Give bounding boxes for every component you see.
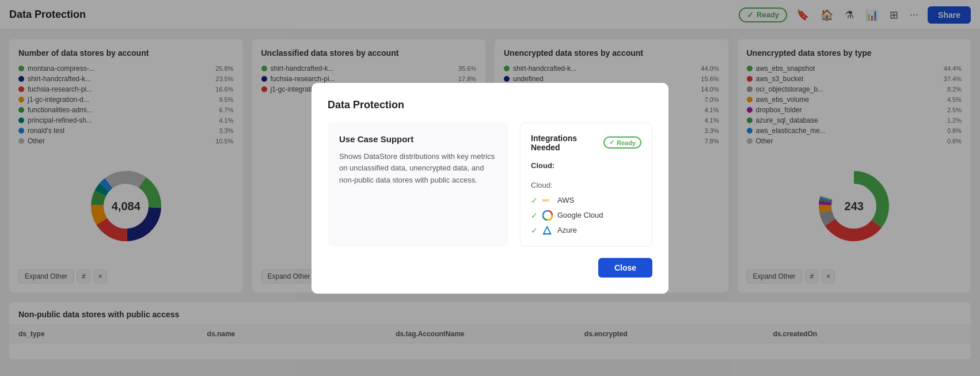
cloud-items: Cloud: ✓ aws AWS ✓ [531,181,641,236]
modal-use-case-desc: Shows DataStore distributions with key m… [339,151,497,187]
modal-ready-check-icon: ✓ [609,139,614,146]
modal: Data Protection Use Case Support Shows D… [312,83,668,294]
gcp-label: Google Cloud [557,211,603,219]
modal-body: Use Case Support Shows DataStore distrib… [328,123,652,246]
cloud-section-sublabel: Cloud: [531,181,641,189]
aws-logo-icon: aws [542,195,553,206]
modal-left-panel: Use Case Support Shows DataStore distrib… [328,123,508,246]
modal-cloud-label: Cloud: [531,160,641,170]
aws-label: AWS [557,196,574,204]
modal-ready-label: Ready [617,139,636,146]
svg-marker-34 [544,226,551,234]
integrations-needed-label: Integrations Needed [531,134,603,152]
modal-footer: Close [328,258,652,278]
modal-close-button[interactable]: Close [598,258,652,278]
modal-use-case-title: Use Case Support [339,134,497,144]
modal-title: Data Protection [328,99,652,111]
modal-overlay[interactable]: Data Protection Use Case Support Shows D… [0,0,980,376]
aws-check-icon: ✓ [531,196,538,205]
gcp-logo-icon [542,210,553,221]
cloud-item-gcp: ✓ Google Cloud [531,210,641,221]
svg-text:aws: aws [542,198,549,202]
cloud-item-aws: ✓ aws AWS [531,195,641,206]
modal-right-panel: Integrations Needed ✓ Ready Cloud: Cloud… [520,123,652,246]
modal-integrations-header: Integrations Needed ✓ Ready [531,134,641,152]
azure-label: Azure [557,226,577,234]
modal-ready-badge: ✓ Ready [603,136,641,149]
azure-logo-icon [542,225,553,236]
azure-check-icon: ✓ [531,226,538,235]
gcp-check-icon: ✓ [531,211,538,220]
cloud-item-azure: ✓ Azure [531,225,641,236]
